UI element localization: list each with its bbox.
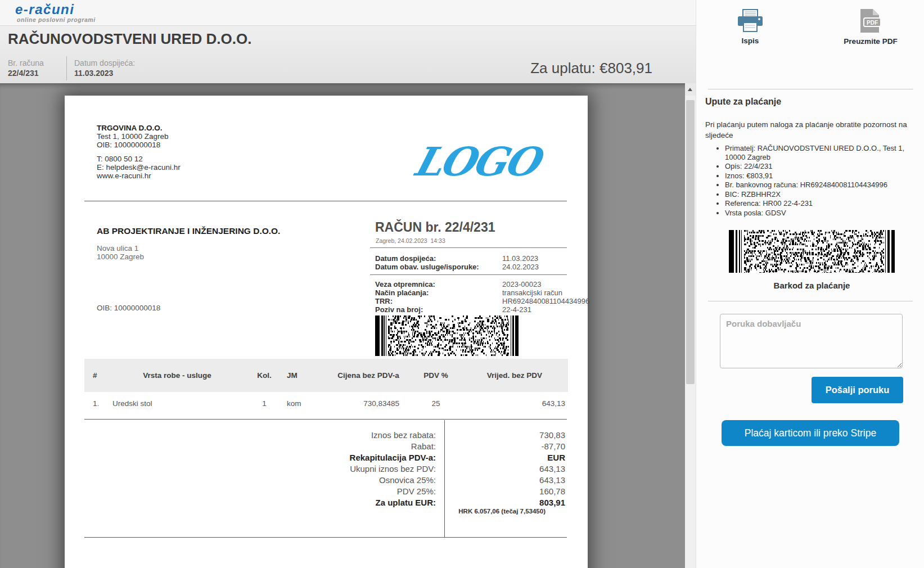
col-header: Kol. [242, 371, 287, 380]
col-header: Vrijed. bez PDV [461, 371, 568, 380]
detail-value: 11.03.2023 [502, 254, 538, 263]
cell: 643,13 [461, 399, 568, 408]
invoice-page: TRGOVINA D.O.O. Test 1, 10000 Zagreb OIB… [65, 96, 588, 568]
invoice-header-band: RAČUNOVODSTVENI URED D.O.O. Br. računa 2… [0, 26, 696, 83]
instruction-item: Primatelj: RAČUNOVODSTVENI URED D.O.O., … [725, 144, 919, 161]
due-date-value: 11.03.2023 [74, 69, 113, 78]
totals-value: 643,13 [445, 464, 565, 474]
rule-r2 [370, 274, 567, 275]
payment-instructions-list: Primatelj: RAČUNOVODSTVENI URED D.O.O., … [718, 144, 919, 218]
cell: 25 [411, 399, 461, 408]
detail-value: 24.02.2023 [502, 263, 539, 271]
detail-value: 2023-00023 [502, 280, 541, 288]
scroll-up-arrow[interactable] [685, 83, 696, 96]
totals-value: 643,13 [445, 475, 565, 485]
totals-label: Za uplatu EUR: [84, 498, 436, 507]
instruction-item: Referenca: HR00 22-4-231 [725, 199, 919, 208]
print-button[interactable]: Ispis [734, 9, 766, 45]
pay-by-card-button[interactable]: Plaćaj karticom ili preko Stripe [722, 420, 899, 446]
instruction-item: BIC: RZBHHR2X [725, 190, 919, 199]
detail-label: TRR: [375, 297, 393, 305]
print-label: Ispis [734, 37, 766, 45]
col-header: PDV % [411, 371, 461, 380]
totals-row: Rekapitulacija PDV-a: EUR [84, 453, 567, 464]
pdf-file-icon: PDF [859, 25, 882, 35]
totals-row: Ukupni iznos bez PDV: 643,13 [84, 464, 567, 475]
seller-address: Test 1, 10000 Zagreb [97, 132, 181, 141]
seller-block: TRGOVINA D.O.O. Test 1, 10000 Zagreb OIB… [97, 124, 181, 180]
download-pdf-button[interactable]: PDF Preuzmite PDF [840, 8, 902, 46]
instruction-item: Opis: 22/4/231 [725, 162, 919, 171]
invoice-title: RAČUN br. 22/4/231 [375, 220, 495, 235]
rule-totals-top [84, 419, 567, 420]
detail-label: Veza otpremnica: [375, 280, 435, 288]
totals-row: PDV 25%: 160,78 [84, 486, 567, 498]
seller-name: TRGOVINA D.O.O. [97, 124, 181, 132]
table-row: 1. Uredski stol 1 kom 730,83485 25 643,1… [84, 399, 568, 408]
cell: Uredski stol [112, 399, 242, 408]
detail-value: HR6924840081104434996 [502, 297, 589, 305]
detail-value: 22-4-231 [502, 305, 531, 314]
supplier-message-input[interactable] [720, 314, 903, 368]
col-header: Vrsta robe - usluge [112, 371, 242, 380]
cell: kom [287, 399, 326, 408]
buyer-city: 10000 Zagreb [97, 253, 144, 261]
document-viewer: TRGOVINA D.O.O. Test 1, 10000 Zagreb OIB… [0, 83, 696, 568]
detail-row: Datum dospijeća: 11.03.2023 [375, 254, 569, 263]
invoice-issue-info: Zagreb, 24.02.2023 14:33 [376, 237, 445, 244]
sidebar-divider [708, 89, 913, 89]
col-header: JM [287, 371, 326, 380]
col-header: # [84, 371, 112, 380]
totals-label: Osnovica 25%: [84, 475, 436, 485]
rule-top [84, 201, 567, 201]
rule-bottom [84, 537, 567, 538]
detail-value: transakcijski račun [502, 288, 562, 297]
totals-row: Iznos bez rabata: 730,83 [84, 430, 567, 441]
payment-barcode-sidebar [729, 230, 895, 273]
amount-due: Za uplatu: €803,91 [530, 60, 652, 77]
totals-label: PDV 25%: [84, 486, 436, 496]
totals-value: 730,83 [445, 430, 565, 440]
app-logo-tagline: online poslovni programi [17, 16, 96, 23]
detail-row: Način plaćanja: transakcijski račun [375, 288, 569, 297]
detail-row: Veza otpremnica: 2023-00023 [375, 280, 569, 288]
detail-label: Datum dospijeća: [375, 254, 436, 263]
buyer-oib: OIB: 10000000018 [97, 304, 160, 312]
totals-label: Ukupni iznos bez PDV: [84, 464, 436, 474]
totals-row-amount-due: Za uplatu EUR: 803,91 [84, 498, 567, 509]
items-table-header: # Vrsta robe - usluge Kol. JM Cijena bez… [84, 359, 568, 392]
totals-value: EUR [445, 453, 565, 462]
col-header: Cijena bez PDV-a [326, 371, 411, 380]
seller-oib: OIB: 10000000018 [97, 141, 181, 149]
instruction-item: Iznos: €803,91 [725, 172, 919, 181]
instruction-item: Vrsta posla: GDSV [725, 209, 919, 218]
app-logo: e-računi [15, 2, 74, 17]
cell: 1 [242, 399, 287, 408]
totals-value: 803,91 [445, 498, 565, 507]
invoice-number-label: Br. računa [8, 58, 44, 67]
totals-label: Rekapitulacija PDV-a: [84, 453, 436, 462]
scrollbar-thumb[interactable] [686, 100, 695, 384]
main-area: e-računi online poslovni programi RAČUNO… [0, 0, 696, 568]
totals-row: Osnovica 25%: 643,13 [84, 475, 567, 486]
seller-phone: T: 0800 50 12 [97, 155, 181, 163]
totals-hrk-note: HRK 6.057,06 (tečaj 7,53450) [426, 508, 546, 515]
cell: 1. [84, 399, 112, 408]
detail-row: Poziv na broj: 22-4-231 [375, 305, 569, 314]
send-message-button[interactable]: Pošalji poruku [812, 377, 903, 403]
detail-row: Datum obav. usluge/isporuke: 24.02.2023 [375, 263, 569, 271]
sidebar-divider [708, 301, 913, 301]
totals-row: Rabat: -87,70 [84, 441, 567, 453]
detail-label: Način plaćanja: [375, 288, 429, 297]
buyer-address: Nova ulica 1 10000 Zagreb [97, 244, 144, 261]
invoice-number-value: 22/4/231 [8, 69, 39, 78]
instruction-item: Br. bankovnog računa: HR6924840081104434… [725, 181, 919, 190]
payment-barcode [375, 315, 519, 356]
totals-value: 160,78 [445, 486, 565, 496]
viewer-scrollbar[interactable] [685, 83, 696, 568]
seller-email: E: helpdesk@e-racuni.hr [97, 163, 181, 172]
cell: 730,83485 [326, 399, 411, 408]
pdf-icon-text: PDF [867, 20, 878, 26]
totals-label: Rabat: [84, 441, 436, 451]
barcode-caption: Barkod za plaćanje [729, 281, 895, 290]
